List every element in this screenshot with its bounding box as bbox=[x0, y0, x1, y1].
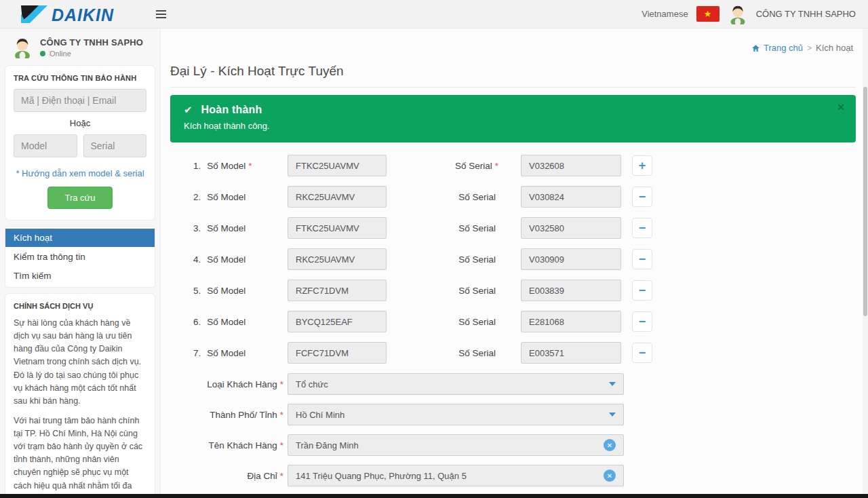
device-row: 7.Số Model FCFC71DVM Số Serial E003571 − bbox=[170, 342, 856, 364]
clear-icon[interactable]: ✕ bbox=[604, 470, 616, 482]
field-row: Địa Chỉ* 141 Triệu Quang Phục, Phường 11… bbox=[170, 465, 856, 486]
customer-type-select[interactable]: Tổ chức bbox=[288, 373, 624, 395]
sidebar-item-check-info[interactable]: Kiểm tra thông tin bbox=[5, 248, 155, 266]
remove-row-button[interactable]: − bbox=[632, 311, 652, 332]
device-row: 2.Số Model RKC25UAVMV Số Serial V030824 … bbox=[170, 186, 856, 208]
bottom-edge-strip bbox=[0, 494, 868, 498]
header-account-name: CÔNG TY TNHH SAPHO bbox=[756, 9, 856, 19]
hamburger-menu-icon[interactable] bbox=[153, 7, 169, 21]
model-input[interactable]: RKC25UAVMV bbox=[288, 248, 387, 270]
serial-input[interactable]: V032608 bbox=[521, 155, 621, 176]
breadcrumb: Trang chủ > Kích hoạt bbox=[751, 43, 853, 53]
remove-row-button[interactable]: − bbox=[632, 187, 652, 207]
svg-text:DAIKIN: DAIKIN bbox=[52, 5, 114, 24]
device-row: 3.Số Model FTKC25UAVMV Số Serial V032580… bbox=[170, 217, 856, 239]
scrollbar-thumb[interactable] bbox=[863, 87, 867, 316]
clear-icon[interactable]: ✕ bbox=[604, 439, 616, 451]
city-select[interactable]: Hồ Chí Minh bbox=[288, 404, 624, 425]
sidebar-user-name: CÔNG TY TNHH SAPHO bbox=[40, 37, 143, 47]
serial-input[interactable]: V030824 bbox=[521, 186, 621, 208]
chevron-down-icon bbox=[609, 413, 616, 417]
add-row-button[interactable]: + bbox=[632, 155, 652, 176]
breadcrumb-separator: > bbox=[807, 43, 812, 53]
model-input[interactable]: FCFC71DVM bbox=[288, 342, 387, 364]
model-input[interactable]: BYCQ125EAF bbox=[288, 311, 387, 332]
daikin-logo[interactable]: DAIKIN bbox=[19, 4, 127, 24]
lookup-code-input[interactable] bbox=[14, 89, 146, 112]
model-input[interactable]: FTKC25UAVMV bbox=[288, 155, 387, 176]
device-row: 5.Số Model RZFC71DVM Số Serial E003839 − bbox=[170, 280, 856, 301]
service-policy-panel: CHÍNH SÁCH DỊCH VỤ Sự hài lòng của khách… bbox=[5, 293, 155, 498]
success-alert: ✔ Hoàn thành Kích hoạt thành công. ✕ bbox=[170, 95, 856, 142]
main-scrollbar[interactable] bbox=[863, 28, 868, 498]
lookup-title: TRA CỨU THÔNG TIN BẢO HÀNH bbox=[14, 74, 146, 82]
serial-input[interactable]: V030909 bbox=[521, 248, 621, 270]
policy-paragraph: Sự hài lòng của khách hàng về dịch vụ sa… bbox=[14, 317, 146, 408]
serial-input[interactable]: E281068 bbox=[521, 311, 621, 332]
sidebar-item-activate[interactable]: Kích hoạt bbox=[5, 229, 155, 247]
model-input[interactable]: FTKC25UAVMV bbox=[288, 217, 387, 239]
activation-form: 1.Số Model* FTKC25UAVMV Số Serial* V0326… bbox=[170, 155, 856, 498]
serial-input[interactable]: E003839 bbox=[521, 280, 621, 301]
remove-row-button[interactable]: − bbox=[632, 343, 652, 363]
alert-message: Kích hoạt thành công. bbox=[184, 121, 829, 131]
customer-name-input[interactable]: Trần Đăng Minh ✕ bbox=[288, 434, 624, 456]
model-input[interactable]: RZFC71DVM bbox=[288, 280, 387, 301]
header-avatar[interactable] bbox=[728, 4, 748, 24]
serial-input[interactable]: V032580 bbox=[521, 217, 621, 239]
online-status-label: Online bbox=[50, 50, 71, 58]
device-row: 4.Số Model RKC25UAVMV Số Serial V030909 … bbox=[170, 248, 856, 270]
address-input[interactable]: 141 Triệu Quang Phục, Phường 11, Quận 5 … bbox=[288, 465, 624, 486]
title-divider bbox=[170, 87, 856, 88]
page-title: Đại Lý - Kích Hoạt Trực Tuyến bbox=[170, 64, 856, 79]
or-label: Hoặc bbox=[14, 118, 146, 128]
field-row: Thành Phố/ Tỉnh* Hồ Chí Minh bbox=[170, 404, 856, 425]
online-status-dot bbox=[40, 51, 45, 56]
field-row: Tên Khách Hàng* Trần Đăng Minh ✕ bbox=[170, 434, 856, 456]
serial-input[interactable]: E003571 bbox=[521, 342, 621, 364]
sidebar-user-panel: CÔNG TY TNHH SAPHO Online bbox=[5, 33, 155, 65]
lookup-model-input[interactable] bbox=[14, 134, 77, 157]
remove-row-button[interactable]: − bbox=[632, 218, 652, 238]
check-icon: ✔ bbox=[184, 104, 193, 116]
remove-row-button[interactable]: − bbox=[632, 280, 652, 301]
warranty-activation-page: { "header": { "brand_alt": "DAIKIN", "la… bbox=[0, 0, 868, 498]
warranty-lookup-panel: TRA CỨU THÔNG TIN BẢO HÀNH Hoặc * Hướng … bbox=[5, 65, 155, 221]
vietnam-flag-icon[interactable]: ★ bbox=[696, 6, 719, 22]
daikin-logo-icon: DAIKIN bbox=[19, 4, 127, 24]
user-avatar-icon bbox=[728, 4, 748, 24]
breadcrumb-home-link[interactable]: Trang chủ bbox=[751, 43, 803, 53]
field-row: Loại Khách Hàng* Tổ chức bbox=[170, 373, 856, 395]
alert-close-icon[interactable]: ✕ bbox=[837, 102, 845, 113]
policy-title: CHÍNH SÁCH DỊCH VỤ bbox=[14, 302, 146, 310]
chevron-down-icon bbox=[609, 382, 616, 386]
sidebar-menu: Kích hoạt Kiểm tra thông tin Tìm kiếm bbox=[5, 226, 155, 288]
app-header: DAIKIN Vietnamese ★ CÔNG TY TNHH SAPHO bbox=[0, 0, 868, 28]
language-label[interactable]: Vietnamese bbox=[642, 9, 688, 19]
main-content: Trang chủ > Kích hoạt Đại Lý - Kích Hoạt… bbox=[161, 28, 868, 498]
sidebar-item-search[interactable]: Tìm kiếm bbox=[5, 267, 155, 285]
lookup-serial-input[interactable] bbox=[83, 134, 147, 157]
home-icon bbox=[751, 44, 760, 52]
policy-paragraph: Với hai trung tâm bảo hành chính tại TP.… bbox=[14, 415, 146, 498]
sidebar: CÔNG TY TNHH SAPHO Online TRA CỨU THÔNG … bbox=[0, 28, 161, 498]
header-account[interactable]: CÔNG TY TNHH SAPHO bbox=[756, 9, 856, 19]
breadcrumb-current: Kích hoạt bbox=[816, 43, 853, 53]
model-input[interactable]: RKC25UAVMV bbox=[288, 186, 387, 208]
device-row: 1.Số Model* FTKC25UAVMV Số Serial* V0326… bbox=[170, 155, 856, 176]
alert-title: Hoàn thành bbox=[201, 104, 262, 116]
remove-row-button[interactable]: − bbox=[632, 249, 652, 269]
lookup-search-button[interactable]: Tra cứu bbox=[47, 187, 112, 209]
device-row: 6.Số Model BYCQ125EAF Số Serial E281068 … bbox=[170, 311, 856, 332]
sidebar-avatar-icon bbox=[12, 37, 33, 58]
model-serial-guide-link[interactable]: * Hướng dẫn xem model & serial bbox=[14, 168, 146, 178]
